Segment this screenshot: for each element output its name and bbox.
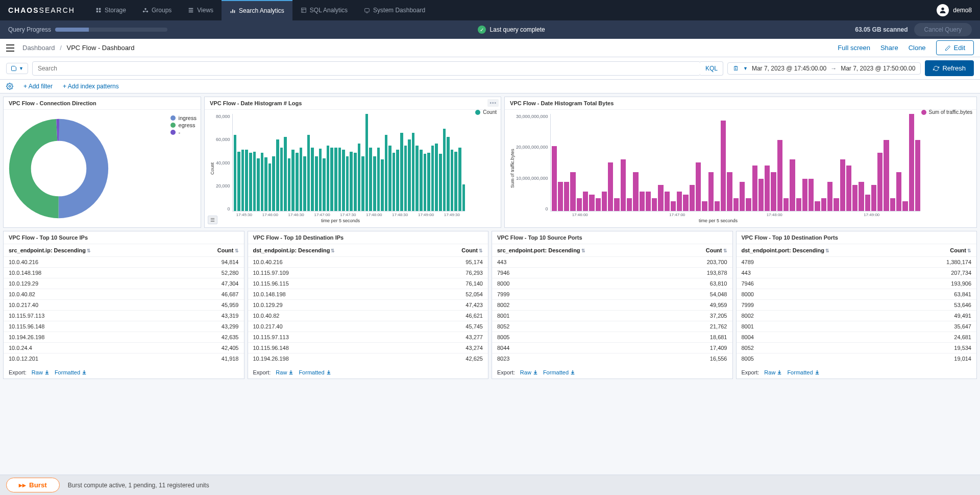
export-formatted-link[interactable]: Formatted xyxy=(299,369,331,375)
table-row[interactable]: 10.0.12.20141,918 xyxy=(4,353,244,364)
query-progress-label: Query Progress xyxy=(8,26,51,33)
table-row[interactable]: 805221,762 xyxy=(492,321,732,332)
check-icon: ✓ xyxy=(478,26,486,34)
table-row[interactable]: 10.0.40.21695,174 xyxy=(248,257,488,268)
x-axis: 17:46:0017:47:0017:48:0017:49:00 xyxy=(516,211,920,217)
table-row[interactable]: 800249,959 xyxy=(492,300,732,311)
table-row[interactable]: 10.0.40.21694,814 xyxy=(4,257,244,268)
table-row[interactable]: 800063,810 xyxy=(492,278,732,289)
topnav-sql-analytics[interactable]: SQL Analytics xyxy=(292,0,356,20)
donut-legend: ingressegress- xyxy=(170,114,197,223)
breadcrumb-root[interactable]: Dashboard xyxy=(22,44,55,52)
table-row[interactable]: 800249,491 xyxy=(737,311,977,321)
save-icon xyxy=(11,65,17,72)
table-row[interactable]: 10.0.217.4045,745 xyxy=(248,321,488,332)
data-table: src_endpoint.ip: Descending⇅Count⇅10.0.4… xyxy=(4,244,244,364)
table-row[interactable]: 10.115.96.14843,274 xyxy=(248,343,488,353)
saved-search-button[interactable]: ▼ xyxy=(6,63,28,74)
topnav-storage[interactable]: Storage xyxy=(87,0,134,20)
export-raw-link[interactable]: Raw xyxy=(32,369,50,375)
refresh-button[interactable]: Refresh xyxy=(925,60,974,76)
hamburger-icon[interactable] xyxy=(6,44,14,52)
nav-icon xyxy=(301,7,307,13)
svg-rect-7 xyxy=(365,9,370,12)
user-name: demo8 xyxy=(953,7,972,14)
column-header[interactable]: Count⇅ xyxy=(183,244,244,257)
table-row[interactable]: 10.0.129.2947,423 xyxy=(248,300,488,311)
table-row[interactable]: 10.0.129.2947,304 xyxy=(4,278,244,289)
table-row[interactable]: 7946193,878 xyxy=(492,268,732,278)
export-formatted-link[interactable]: Formatted xyxy=(543,369,575,375)
table-row[interactable]: 800063,841 xyxy=(737,289,977,300)
table-row[interactable]: 800424,681 xyxy=(737,332,977,343)
table-row[interactable]: 10.0.148.19852,054 xyxy=(248,289,488,300)
panel-options-icon[interactable]: ••• xyxy=(487,99,499,107)
table-row[interactable]: 10.194.26.19842,635 xyxy=(4,332,244,343)
y-axis: 30,000,000,00020,000,000,00010,000,000,0… xyxy=(516,114,550,211)
search-input[interactable] xyxy=(32,61,701,76)
export-raw-link[interactable]: Raw xyxy=(520,369,538,375)
table-row[interactable]: 10.115.96.14843,299 xyxy=(4,321,244,332)
table-row[interactable]: 802316,556 xyxy=(492,353,732,364)
clone-link[interactable]: Clone xyxy=(909,44,926,52)
legend-item[interactable]: - xyxy=(170,129,197,135)
full-screen-link[interactable]: Full screen xyxy=(838,44,870,52)
column-header[interactable]: Count⇅ xyxy=(674,244,732,257)
edit-button[interactable]: Edit xyxy=(936,40,974,55)
topnav-search-analytics[interactable]: Search Analytics xyxy=(222,0,292,20)
add-filter-link[interactable]: + Add filter xyxy=(23,83,53,90)
kql-toggle[interactable]: KQL xyxy=(700,61,723,76)
table-row[interactable]: 805219,534 xyxy=(737,343,977,353)
table-row[interactable]: 10.0.24.442,405 xyxy=(4,343,244,353)
table-row[interactable]: 47891,380,174 xyxy=(737,257,977,268)
table-row[interactable]: 800137,205 xyxy=(492,311,732,321)
cancel-query-button[interactable]: Cancel Query xyxy=(914,23,972,36)
user-avatar-icon xyxy=(937,4,949,16)
column-header[interactable]: dst_endpoint.port: Descending⇅ xyxy=(737,244,913,257)
legend-item[interactable]: ingress xyxy=(170,115,197,121)
export-row: Export:Raw Formatted xyxy=(492,366,732,379)
column-header[interactable]: Count⇅ xyxy=(913,244,976,257)
bar-chart xyxy=(232,114,465,211)
filter-settings-icon[interactable] xyxy=(6,83,13,90)
export-raw-link[interactable]: Raw xyxy=(276,369,293,375)
table-row[interactable]: 800518,681 xyxy=(492,332,732,343)
search-row: ▼ KQL 🗓 ▼ Mar 7, 2023 @ 17:45:00.00 → Ma… xyxy=(0,57,980,80)
add-index-pattern-link[interactable]: + Add index patterns xyxy=(63,83,119,90)
topnav-views[interactable]: Views xyxy=(180,0,222,20)
table-row[interactable]: 7946193,906 xyxy=(737,278,977,289)
table-row[interactable]: 799953,646 xyxy=(737,300,977,311)
share-link[interactable]: Share xyxy=(880,44,898,52)
legend-item[interactable]: egress xyxy=(170,122,197,128)
table-row[interactable]: 10.115.97.10976,293 xyxy=(248,268,488,278)
topnav-system-dashboard[interactable]: System Dashboard xyxy=(356,0,433,20)
column-header[interactable]: dst_endpoint.ip: Descending⇅ xyxy=(248,244,427,257)
data-table: dst_endpoint.ip: Descending⇅Count⇅10.0.4… xyxy=(248,244,488,364)
export-formatted-link[interactable]: Formatted xyxy=(787,369,819,375)
user-menu[interactable]: demo8 xyxy=(937,4,972,16)
table-row[interactable]: 10.0.40.8246,687 xyxy=(4,289,244,300)
breadcrumb: Dashboard / VPC Flow - Dashboard xyxy=(22,44,134,52)
nav-icon xyxy=(95,7,102,13)
table-row[interactable]: 799954,048 xyxy=(492,289,732,300)
list-toggle-icon[interactable]: ☰ xyxy=(208,216,217,224)
table-row[interactable]: 800135,647 xyxy=(737,321,977,332)
column-header[interactable]: src_endpoint.ip: Descending⇅ xyxy=(4,244,183,257)
column-header[interactable]: src_endpoint.port: Descending⇅ xyxy=(492,244,674,257)
table-row[interactable]: 443203,700 xyxy=(492,257,732,268)
table-row[interactable]: 10.115.96.11576,140 xyxy=(248,278,488,289)
table-row[interactable]: 10.0.148.19852,280 xyxy=(4,268,244,278)
export-formatted-link[interactable]: Formatted xyxy=(55,369,87,375)
table-row[interactable]: 10.0.217.4045,959 xyxy=(4,300,244,311)
export-raw-link[interactable]: Raw xyxy=(764,369,782,375)
table-row[interactable]: 10.194.26.19842,625 xyxy=(248,353,488,364)
time-range-picker[interactable]: 🗓 ▼ Mar 7, 2023 @ 17:45:00.00 → Mar 7, 2… xyxy=(727,62,921,75)
table-row[interactable]: 10.115.97.11343,277 xyxy=(248,332,488,343)
column-header[interactable]: Count⇅ xyxy=(427,244,488,257)
table-row[interactable]: 10.0.40.8246,621 xyxy=(248,311,488,321)
table-row[interactable]: 10.115.97.11343,319 xyxy=(4,311,244,321)
table-row[interactable]: 804417,409 xyxy=(492,343,732,353)
topnav-groups[interactable]: Groups xyxy=(134,0,180,20)
table-row[interactable]: 443207,734 xyxy=(737,268,977,278)
table-row[interactable]: 800519,014 xyxy=(737,353,977,364)
